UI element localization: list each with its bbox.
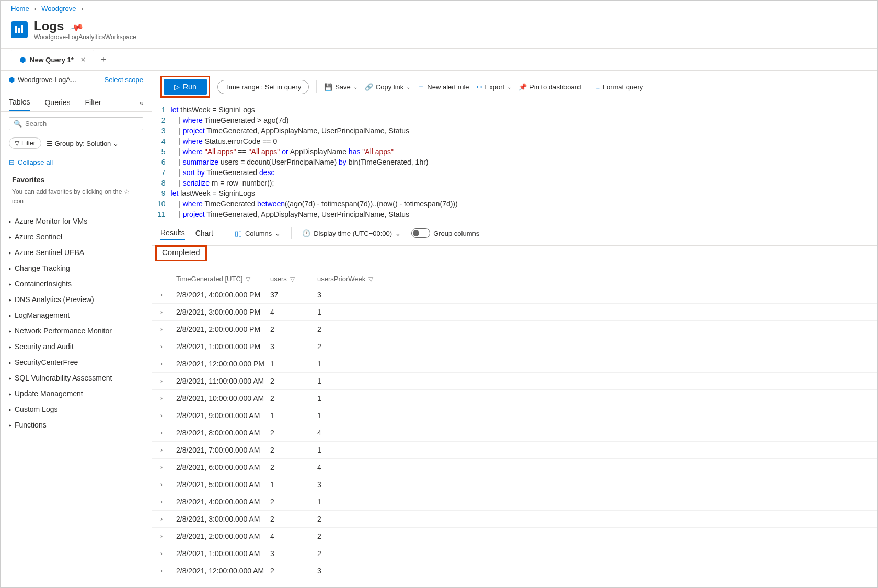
tree-item[interactable]: ▸Azure Sentinel UEBA bbox=[1, 245, 152, 260]
workspace-scope[interactable]: ⬢ Woodgrove-LogA... bbox=[9, 76, 76, 84]
cell-users: 2 bbox=[270, 429, 317, 437]
tree-item[interactable]: ▸Network Performance Monitor bbox=[1, 323, 152, 339]
cell-prior: 1 bbox=[317, 308, 380, 316]
close-icon[interactable]: × bbox=[81, 55, 85, 64]
copy-link-button[interactable]: 🔗Copy link⌄ bbox=[365, 83, 410, 91]
filter-icon[interactable]: ▽ bbox=[246, 275, 250, 283]
expand-row-icon[interactable]: › bbox=[160, 291, 176, 298]
tree-item[interactable]: ▸Security and Audit bbox=[1, 339, 152, 354]
table-row[interactable]: ›2/8/2021, 7:00:00.000 AM21 bbox=[152, 442, 877, 459]
search-input[interactable] bbox=[25, 120, 138, 128]
table-row[interactable]: ›2/8/2021, 6:00:00.000 AM24 bbox=[152, 459, 877, 476]
table-row[interactable]: ›2/8/2021, 3:00:00.000 AM22 bbox=[152, 511, 877, 528]
table-row[interactable]: ›2/8/2021, 12:00:00.000 PM11 bbox=[152, 355, 877, 373]
tree-item[interactable]: ▸Update Management bbox=[1, 386, 152, 401]
sidebar-tab-filter[interactable]: Filter bbox=[85, 94, 101, 111]
new-alert-button[interactable]: ＋New alert rule bbox=[418, 82, 469, 91]
expand-row-icon[interactable]: › bbox=[160, 326, 176, 333]
table-row[interactable]: ›2/8/2021, 3:00:00.000 PM41 bbox=[152, 304, 877, 321]
display-time-dropdown[interactable]: 🕐Display time (UTC+00:00)⌄ bbox=[302, 229, 401, 237]
expand-row-icon[interactable]: › bbox=[160, 343, 176, 350]
expand-row-icon[interactable]: › bbox=[160, 308, 176, 316]
groupby-dropdown[interactable]: ☰ Group by: Solution ⌄ bbox=[47, 140, 119, 147]
page-title: Logs bbox=[34, 19, 64, 33]
time-range-dropdown[interactable]: Time range : Set in query bbox=[217, 80, 309, 94]
tab-new-query[interactable]: ⬢ New Query 1* × bbox=[11, 50, 94, 69]
caret-right-icon: ▸ bbox=[9, 281, 11, 287]
add-tab-button[interactable]: ＋ bbox=[94, 49, 113, 70]
expand-row-icon[interactable]: › bbox=[160, 567, 176, 574]
chevron-down-icon: ⌄ bbox=[507, 84, 511, 90]
pin-dashboard-button[interactable]: 📌Pin to dashboard bbox=[518, 83, 581, 91]
table-row[interactable]: ›2/8/2021, 2:00:00.000 PM22 bbox=[152, 321, 877, 338]
expand-row-icon[interactable]: › bbox=[160, 446, 176, 454]
results-tab[interactable]: Results bbox=[160, 226, 185, 240]
collapse-sidebar-icon[interactable]: « bbox=[140, 99, 143, 107]
format-query-button[interactable]: ≡Format query bbox=[596, 83, 643, 91]
expand-row-icon[interactable]: › bbox=[160, 515, 176, 523]
chevron-down-icon: ⌄ bbox=[395, 229, 401, 237]
export-label: Export bbox=[485, 83, 505, 91]
tree-item[interactable]: ▸Functions bbox=[1, 417, 152, 433]
tree-item[interactable]: ▸Custom Logs bbox=[1, 401, 152, 417]
query-editor[interactable]: 1234567891011 let thisWeek = SigninLogs … bbox=[152, 103, 877, 221]
tree-item-label: Change Tracking bbox=[15, 264, 70, 272]
table-row[interactable]: ›2/8/2021, 9:00:00.000 AM11 bbox=[152, 407, 877, 424]
expand-row-icon[interactable]: › bbox=[160, 498, 176, 505]
breadcrumb-woodgrove[interactable]: Woodgrove bbox=[41, 5, 76, 13]
tree-item[interactable]: ▸SQL Vulnerability Assessment bbox=[1, 370, 152, 386]
pin-icon[interactable]: 📌 bbox=[69, 19, 85, 35]
tree-item-label: SecurityCenterFree bbox=[15, 358, 78, 366]
filter-icon[interactable]: ▽ bbox=[368, 275, 373, 283]
table-row[interactable]: ›2/8/2021, 8:00:00.000 AM24 bbox=[152, 424, 877, 442]
table-row[interactable]: ›2/8/2021, 4:00:00.000 AM21 bbox=[152, 493, 877, 511]
cell-users: 1 bbox=[270, 411, 317, 420]
tree-item[interactable]: ▸DNS Analytics (Preview) bbox=[1, 292, 152, 307]
cell-users: 2 bbox=[270, 377, 317, 385]
sidebar-tab-tables[interactable]: Tables bbox=[9, 94, 30, 111]
expand-row-icon[interactable]: › bbox=[160, 533, 176, 540]
tree-item[interactable]: ▸Azure Monitor for VMs bbox=[1, 213, 152, 229]
table-row[interactable]: ›2/8/2021, 1:00:00.000 AM32 bbox=[152, 545, 877, 562]
filter-button[interactable]: ▽ Filter bbox=[9, 137, 41, 149]
table-row[interactable]: ›2/8/2021, 4:00:00.000 PM373 bbox=[152, 286, 877, 304]
expand-row-icon[interactable]: › bbox=[160, 395, 176, 402]
run-button[interactable]: ▷ Run bbox=[164, 79, 207, 95]
sidebar-tab-queries[interactable]: Queries bbox=[44, 94, 70, 111]
tree-item[interactable]: ▸ContainerInsights bbox=[1, 276, 152, 292]
tree-item-label: Custom Logs bbox=[15, 405, 57, 413]
table-row[interactable]: ›2/8/2021, 2:00:00.000 AM42 bbox=[152, 528, 877, 545]
breadcrumb-home[interactable]: Home bbox=[11, 5, 29, 13]
table-row[interactable]: ›2/8/2021, 11:00:00.000 AM21 bbox=[152, 373, 877, 390]
table-row[interactable]: ›2/8/2021, 5:00:00.000 AM13 bbox=[152, 476, 877, 493]
tree-item[interactable]: ▸Azure Sentinel bbox=[1, 229, 152, 245]
export-button[interactable]: ↦Export⌄ bbox=[477, 83, 512, 91]
cell-prior: 2 bbox=[317, 342, 380, 351]
tree-item[interactable]: ▸Change Tracking bbox=[1, 260, 152, 276]
expand-row-icon[interactable]: › bbox=[160, 481, 176, 488]
expand-row-icon[interactable]: › bbox=[160, 360, 176, 367]
filter-icon[interactable]: ▽ bbox=[290, 275, 295, 283]
table-row[interactable]: ›2/8/2021, 12:00:00.000 AM23 bbox=[152, 562, 877, 579]
expand-row-icon[interactable]: › bbox=[160, 464, 176, 471]
caret-right-icon: ▸ bbox=[9, 234, 11, 240]
table-row[interactable]: ›2/8/2021, 10:00:00.000 AM21 bbox=[152, 390, 877, 407]
col-time[interactable]: TimeGenerated [UTC] bbox=[176, 275, 242, 283]
col-prior[interactable]: usersPriorWeek bbox=[317, 275, 365, 283]
collapse-all-link[interactable]: ⊟ Collapse all bbox=[1, 154, 152, 170]
code-area[interactable]: let thisWeek = SigninLogs | where TimeGe… bbox=[171, 103, 458, 221]
expand-row-icon[interactable]: › bbox=[160, 412, 176, 419]
expand-row-icon[interactable]: › bbox=[160, 377, 176, 385]
chart-tab[interactable]: Chart bbox=[195, 227, 213, 239]
expand-row-icon[interactable]: › bbox=[160, 550, 176, 557]
tree-item[interactable]: ▸SecurityCenterFree bbox=[1, 354, 152, 370]
col-users[interactable]: users bbox=[270, 275, 287, 283]
cell-time: 2/8/2021, 11:00:00.000 AM bbox=[176, 377, 270, 385]
group-columns-toggle[interactable]: Group columns bbox=[411, 228, 479, 238]
tree-item[interactable]: ▸LogManagement bbox=[1, 307, 152, 323]
save-button[interactable]: 💾Save⌄ bbox=[324, 83, 357, 91]
columns-dropdown[interactable]: ▯▯Columns⌄ bbox=[235, 229, 281, 237]
table-row[interactable]: ›2/8/2021, 1:00:00.000 PM32 bbox=[152, 338, 877, 355]
expand-row-icon[interactable]: › bbox=[160, 429, 176, 436]
select-scope-link[interactable]: Select scope bbox=[105, 76, 143, 84]
